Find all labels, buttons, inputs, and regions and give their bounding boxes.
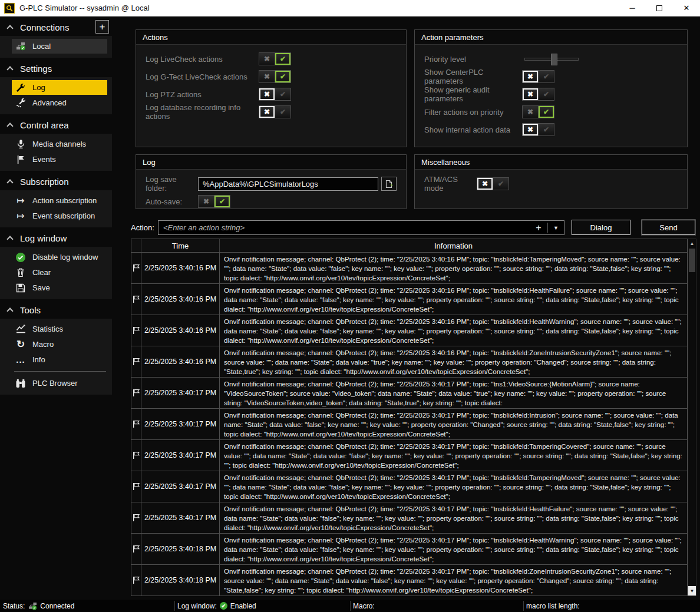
sidebar-item-log[interactable]: Log [12,80,107,95]
action-input[interactable] [159,223,530,232]
sidebar-item-disable-log-window[interactable]: Disable log window [12,250,107,264]
log-row[interactable]: 2/25/2025 3:40:18 PMOnvif notification m… [131,534,687,565]
sidebar-item-clear[interactable]: Clear [12,265,107,280]
section-label: Subscription [20,177,69,187]
filter-actions-on-priority-toggle[interactable]: ✖✔ [522,105,554,118]
show-internal-action-data-toggle[interactable]: ✖✔ [522,123,554,136]
log-row[interactable]: 2/25/2025 3:40:17 PMOnvif notification m… [131,471,687,502]
show-generic-audit-parameters-toggle[interactable]: ✖✔ [522,88,554,101]
log-row[interactable]: 2/25/2025 3:40:18 PMOnvif notification m… [131,565,687,596]
maximize-icon [656,5,662,11]
maximize-button[interactable] [646,0,673,16]
check-mark-icon[interactable]: ✔ [275,53,290,65]
log-database-recording-info-actions-label: Log database recording info actions [146,103,259,121]
minimize-button[interactable]: ─ [619,0,646,16]
check-mark-icon[interactable]: ✔ [539,88,554,100]
sidebar-item-label: Clear [32,268,51,277]
add-connection-button[interactable]: + [95,20,109,34]
atm-acs-mode-toggle[interactable]: ✖✔ [477,177,509,190]
sidebar-section-control-area[interactable]: Control area [0,116,112,134]
log-row[interactable]: 2/25/2025 3:40:16 PMOnvif notification m… [131,315,687,346]
chevron-down-icon[interactable]: ▼ [548,225,564,231]
check-mark-icon[interactable]: ✔ [214,196,230,207]
log-row[interactable]: 2/25/2025 3:40:17 PMOnvif notification m… [131,502,687,534]
log-row[interactable]: 2/25/2025 3:40:17 PMOnvif notification m… [131,440,687,471]
add-action-icon[interactable]: + [530,223,547,233]
sidebar-section-connections[interactable]: Connections+ [0,18,112,36]
sidebar-item-advanced[interactable]: Advanced [12,95,107,110]
sidebar-section-log-window[interactable]: Log window [0,229,112,247]
log-table-scrollbar[interactable]: ▲ ▼ [688,239,696,596]
log-row[interactable]: 2/25/2025 3:40:16 PMOnvif notification m… [131,253,687,284]
information-column-header[interactable]: Information [220,239,687,252]
action-parameters-panel: Action parameters Priority level Show Ce… [414,29,688,147]
check-mark-icon[interactable]: ✔ [275,71,290,82]
x-mark-icon[interactable]: ✖ [259,53,275,65]
scroll-down-icon[interactable]: ▼ [688,586,696,596]
show-centerplc-parameters-label: Show CenterPLC parameters [424,68,522,85]
x-mark-icon[interactable]: ✖ [523,106,538,118]
sidebar-item-local[interactable]: Local [12,39,107,54]
log-row[interactable]: 2/25/2025 3:40:17 PMOnvif notification m… [131,378,687,409]
log-livecheck-actions-toggle[interactable]: ✖✔ [259,52,291,65]
log-row-time: 2/25/2025 3:40:17 PM [141,378,220,408]
check-mark-icon[interactable]: ✔ [275,88,290,100]
log-row[interactable]: 2/25/2025 3:40:16 PMOnvif notification m… [131,346,687,378]
scrollbar-thumb[interactable] [689,249,695,272]
x-mark-icon[interactable]: ✖ [523,88,538,100]
check-mark-icon[interactable]: ✔ [539,106,554,118]
sidebar-item-plc-browser[interactable]: PLC Browser [12,376,107,391]
log-row[interactable]: 2/25/2025 3:40:16 PMOnvif notification m… [131,284,687,315]
log-table-body: 2/25/2025 3:40:16 PMOnvif notification m… [131,253,688,596]
log-row[interactable]: 2/25/2025 3:40:17 PMOnvif notification m… [131,409,687,440]
sidebar-item-info[interactable]: ...Info [12,352,107,367]
send-button[interactable]: Send [642,220,695,235]
sidebar-section-tools[interactable]: Tools [0,301,112,319]
sidebar-item-save[interactable]: Save [12,280,107,295]
sidebar-section-settings[interactable]: Settings [0,59,112,77]
log-g-tect-livecheck-actions-toggle[interactable]: ✖✔ [259,70,291,83]
time-column-header[interactable]: Time [141,239,220,252]
x-mark-icon[interactable]: ✖ [259,106,275,118]
section-label: Tools [20,305,41,315]
check-mark-icon[interactable]: ✔ [493,178,509,190]
x-mark-icon[interactable]: ✖ [259,88,275,100]
priority-level-slider[interactable] [524,58,579,61]
sidebar-item-event-subscription[interactable]: ↦Event subscription [12,209,107,223]
log-row-time: 2/25/2025 3:40:16 PM [141,253,220,283]
dialog-button[interactable]: Dialog [572,220,630,235]
x-mark-icon[interactable]: ✖ [259,71,275,82]
close-button[interactable]: ✕ [673,0,700,16]
x-mark-icon[interactable]: ✖ [523,71,538,82]
check-mark-icon[interactable]: ✔ [539,71,554,82]
sidebar-item-action-subscription[interactable]: ↦Action subscription [12,193,107,208]
sidebar-section-subscription[interactable]: Subscription [0,173,112,190]
miscellaneous-panel: Miscellaneous ATM/ACS mode ✖✔ [414,154,688,209]
show-centerplc-parameters-toggle[interactable]: ✖✔ [522,70,554,83]
log-ptz-actions-label: Log PTZ actions [146,90,259,99]
status-separator [350,601,351,611]
ellipsis-icon: ... [15,355,26,365]
flag-icon [131,253,141,283]
scroll-up-icon[interactable]: ▲ [688,239,696,248]
log-save-folder-input[interactable] [198,177,378,191]
check-mark-icon[interactable]: ✔ [275,106,290,118]
sidebar-item-media-channels[interactable]: Media channels [12,137,107,151]
sidebar-item-macro[interactable]: ↻Macro [12,337,107,352]
browse-folder-button[interactable] [381,177,397,191]
macro-label: Macro: [353,602,375,610]
x-mark-icon[interactable]: ✖ [199,196,214,207]
slider-thumb[interactable] [551,54,557,65]
log-database-recording-info-actions-toggle[interactable]: ✖✔ [259,105,291,118]
sidebar-item-events[interactable]: Events [12,152,107,167]
arrow-from-bar-icon: ↦ [15,196,26,206]
x-mark-icon[interactable]: ✖ [477,178,493,190]
log-ptz-actions-toggle[interactable]: ✖✔ [259,88,291,101]
x-mark-icon[interactable]: ✖ [523,124,538,135]
auto-save-toggle[interactable]: ✖✔ [198,195,230,208]
action-parameters-panel-header: Action parameters [415,30,687,45]
wrench-icon [15,82,26,93]
sidebar-item-statistics[interactable]: Statistics [12,322,107,336]
check-mark-icon[interactable]: ✔ [539,124,554,135]
log-window-label: Log window: [177,602,217,610]
